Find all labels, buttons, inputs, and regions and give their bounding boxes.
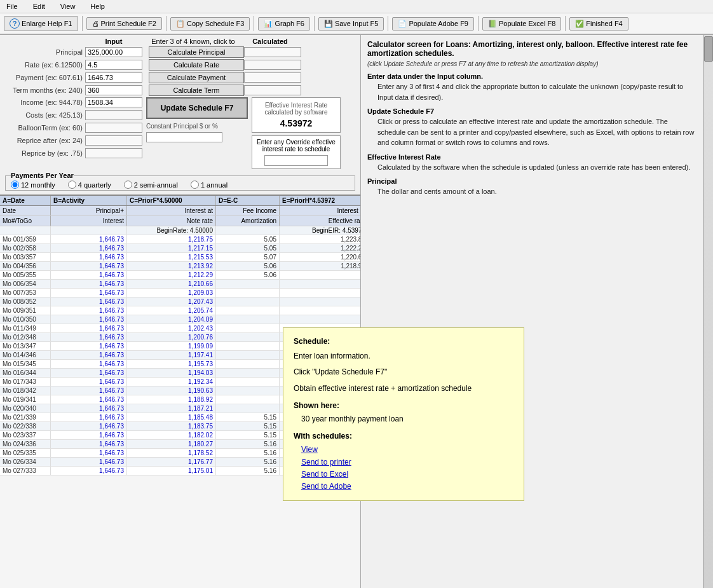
costs-input[interactable] <box>85 110 142 120</box>
populate-excel-button[interactable]: 📗 Populate Excel F8 <box>482 17 561 31</box>
cell-b-4: 1,646.73 <box>51 271 127 279</box>
term-input[interactable] <box>85 85 142 95</box>
enlarge-help-button[interactable]: ? Enlarge Help F1 <box>4 16 78 31</box>
copy-schedule-button[interactable]: 📋 Copy Schedule F3 <box>170 17 250 31</box>
print-schedule-button[interactable]: 🖨 Print Schedule F2 <box>86 17 162 30</box>
cell-a-14: Mo 015/345 <box>0 360 51 368</box>
cell-a-22: Mo 023/337 <box>0 431 51 439</box>
rate-input[interactable] <box>85 60 142 70</box>
cell-d-10 <box>216 324 280 332</box>
cell-a-11: Mo 012/348 <box>0 333 51 341</box>
cell-e-3: 1,218.98 <box>280 262 360 270</box>
print-label: Print Schedule F2 <box>101 20 156 27</box>
calculate-principal-button[interactable]: Calculate Principal <box>149 46 244 58</box>
tooltip-with-section: With schedules: View Send to printer Sen… <box>294 430 513 493</box>
cell-c-5: 1,210.66 <box>127 280 216 288</box>
cell-a-2: Mo 003/357 <box>0 253 51 261</box>
finished-icon: ✅ <box>575 20 584 28</box>
cell-d-4: 5.06 <box>216 271 280 279</box>
separator-2 <box>166 16 166 31</box>
print-icon: 🖨 <box>92 20 99 27</box>
radio-4-quarterly[interactable]: 4 quarterly <box>68 181 111 189</box>
principal-row: Principal Calculate Principal <box>3 46 358 58</box>
effective-rate-value: 4.53972 <box>256 118 336 128</box>
cell-b-19: 1,646.73 <box>51 404 127 413</box>
principal-calc-result[interactable] <box>244 47 301 57</box>
balloon-row: BalloonTerm (ex: 60) <box>3 123 142 133</box>
menu-file[interactable]: File <box>3 1 22 11</box>
balloon-input[interactable] <box>85 123 142 133</box>
cell-d-5 <box>216 280 280 288</box>
excel-icon: 📗 <box>488 20 497 28</box>
tooltip-view-link[interactable]: View <box>294 444 513 456</box>
section-1-title: Update Schedule F7 <box>367 107 696 115</box>
cell-a-23: Mo 024/336 <box>0 440 51 448</box>
override-input[interactable] <box>264 155 328 166</box>
income-input[interactable] <box>85 97 142 107</box>
cell-a-13: Mo 014/346 <box>0 351 51 359</box>
tooltip-adobe-link[interactable]: Send to Adobe <box>294 481 513 493</box>
cell-d-22: 5.15 <box>216 431 280 439</box>
radio-12-input[interactable] <box>11 181 19 189</box>
update-schedule-button[interactable]: Update Schedule F7 <box>146 97 248 119</box>
reprice-by-input[interactable] <box>85 148 142 158</box>
principal-input[interactable] <box>85 47 142 57</box>
section-2-text: Calculated by the software when the sche… <box>367 162 696 173</box>
const-principal-input[interactable] <box>146 132 222 142</box>
graph-icon: 📊 <box>264 20 273 28</box>
graph-button[interactable]: 📊 Graph F6 <box>258 17 309 31</box>
finished-button[interactable]: ✅ Finished F4 <box>569 17 628 31</box>
populate-adobe-button[interactable]: 📄 Populate Adobe F9 <box>392 17 474 31</box>
radio-1-label: 1 annual <box>201 181 227 189</box>
tooltip-popup: Schedule: Enter loan information. Click … <box>283 327 524 501</box>
right-scrollbar[interactable] <box>703 35 713 588</box>
cell-e-4 <box>280 271 360 279</box>
term-calc-result[interactable] <box>244 85 301 95</box>
cell-d-7 <box>216 297 280 306</box>
tooltip-excel-link[interactable]: Send to Excel <box>294 468 513 481</box>
reprice-after-input[interactable] <box>85 135 142 146</box>
cell-b-3: 1,646.73 <box>51 262 127 270</box>
radio-4-input[interactable] <box>68 181 76 189</box>
radio-2-input[interactable] <box>124 181 132 189</box>
toolbar: ? Enlarge Help F1 🖨 Print Schedule F2 📋 … <box>0 13 713 35</box>
section-3-text: The dollar and cents amount of a loan. <box>367 186 696 197</box>
term-label: Term months (ex: 240) <box>3 86 85 94</box>
menu-view[interactable]: View <box>57 1 79 11</box>
radio-2-label: 2 semi-annual <box>134 181 178 189</box>
cell-d-2: 5.07 <box>216 253 280 261</box>
calculate-payment-button[interactable]: Calculate Payment <box>149 72 244 83</box>
menu-help[interactable]: Help <box>86 1 109 11</box>
cell-b-21: 1,646.73 <box>51 422 127 430</box>
radio-2-semiannual[interactable]: 2 semi-annual <box>124 181 178 189</box>
form-header-row: Input Enter 3 of 4 known, click to Calcu… <box>3 38 358 45</box>
override-box: Enter any Override effective interest ra… <box>252 135 341 169</box>
cell-c-20: 1,185.48 <box>127 413 216 421</box>
save-icon: 💾 <box>324 20 333 28</box>
rate-calc-result[interactable] <box>244 60 301 70</box>
cell-c-22: 1,182.02 <box>127 431 216 439</box>
calculate-rate-button[interactable]: Calculate Rate <box>149 59 244 71</box>
cell-a-6: Mo 007/353 <box>0 289 51 297</box>
radio-1-annual[interactable]: 1 annual <box>191 181 227 189</box>
tooltip-printer-link[interactable]: Send to printer <box>294 456 513 468</box>
table-subheader-1: Date Principal+ Interest at Fee Income I… <box>0 206 360 216</box>
payment-input[interactable] <box>85 72 142 83</box>
sub1-d: Fee Income <box>216 206 280 215</box>
scrollbar-thumb[interactable] <box>704 36 713 62</box>
table-row: Mo 003/357 1,646.73 1,215.53 5.07 1,220.… <box>0 253 360 262</box>
save-input-button[interactable]: 💾 Save Input F5 <box>318 17 384 31</box>
cell-e-8 <box>280 306 360 315</box>
enlarge-help-label: Enlarge Help F1 <box>22 20 72 27</box>
menu-edit[interactable]: Edit <box>29 1 49 11</box>
cell-c-12: 1,199.09 <box>127 342 216 350</box>
calculate-term-button[interactable]: Calculate Term <box>149 85 244 96</box>
table-row: Mo 007/353 1,646.73 1,209.03 1,472.88 32… <box>0 289 360 297</box>
separator-6 <box>478 16 479 31</box>
radio-1-input[interactable] <box>191 181 199 189</box>
payment-calc-result[interactable] <box>244 72 301 83</box>
info-section-1: Update Schedule F7 Click or press to cal… <box>367 107 696 148</box>
begin-d <box>216 226 280 235</box>
radio-12-monthly[interactable]: 12 monthly <box>11 181 55 189</box>
rate-row: Rate (ex: 6.12500) Calculate Rate <box>3 59 358 71</box>
